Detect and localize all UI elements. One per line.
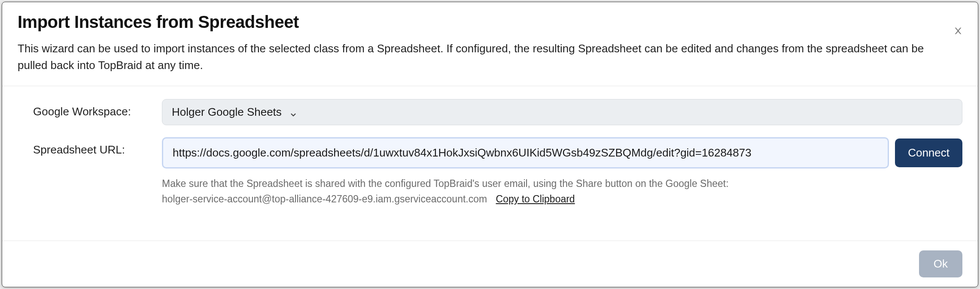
share-hint: Make sure that the Spreadsheet is shared… — [162, 176, 962, 207]
ok-button[interactable]: Ok — [919, 250, 962, 277]
close-icon — [954, 24, 962, 38]
dialog-header: Import Instances from Spreadsheet This w… — [2, 2, 978, 86]
url-label: Spreadsheet URL: — [33, 137, 162, 157]
workspace-selected-value: Holger Google Sheets — [172, 105, 282, 119]
chevron-down-icon — [289, 108, 297, 116]
copy-to-clipboard-link[interactable]: Copy to Clipboard — [496, 193, 575, 205]
import-dialog: Import Instances from Spreadsheet This w… — [2, 2, 978, 287]
workspace-label: Google Workspace: — [33, 99, 162, 118]
spreadsheet-url-input[interactable] — [162, 137, 889, 169]
close-button[interactable] — [952, 25, 964, 37]
dialog-body: Google Workspace: Holger Google Sheets S… — [2, 86, 978, 241]
workspace-select[interactable]: Holger Google Sheets — [162, 99, 962, 125]
hint-text: Make sure that the Spreadsheet is shared… — [162, 178, 729, 189]
workspace-row: Google Workspace: Holger Google Sheets — [33, 99, 962, 125]
dialog-title: Import Instances from Spreadsheet — [18, 12, 962, 32]
service-account-email: holger-service-account@top-alliance-4276… — [162, 193, 487, 205]
dialog-footer: Ok — [2, 241, 978, 287]
dialog-subtitle: This wizard can be used to import instan… — [18, 40, 941, 74]
connect-button[interactable]: Connect — [895, 138, 962, 167]
url-row: Spreadsheet URL: Connect Make sure that … — [33, 137, 962, 207]
